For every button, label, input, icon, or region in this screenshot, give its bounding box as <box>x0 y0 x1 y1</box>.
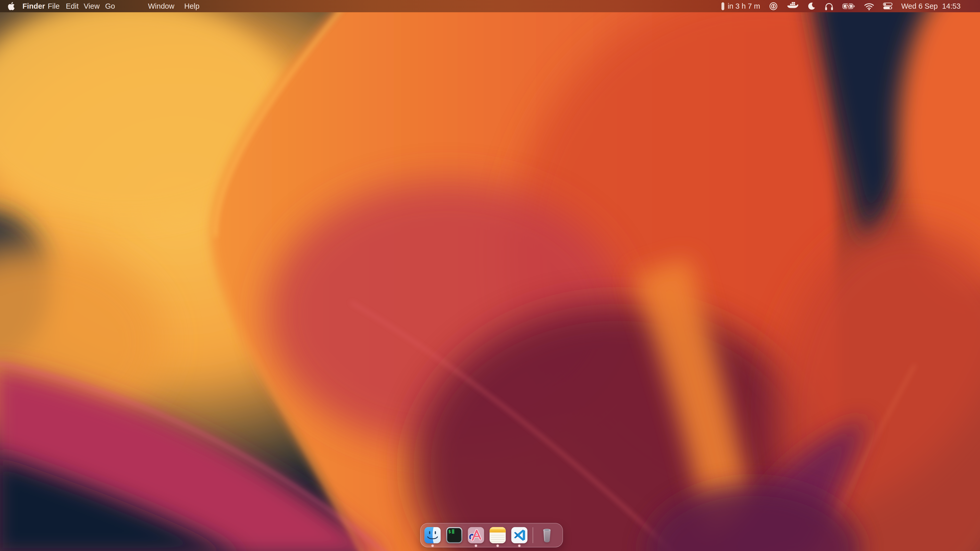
status-1password[interactable] <box>769 2 778 11</box>
notes-icon <box>489 527 506 544</box>
menu-active-app[interactable]: Finder <box>22 0 45 12</box>
dock-separator <box>533 527 533 543</box>
running-indicator <box>431 545 434 547</box>
dock-item-finder[interactable] <box>424 527 441 544</box>
dock-item-vscode[interactable] <box>511 527 528 544</box>
svg-text:$: $ <box>448 529 451 534</box>
menu-view[interactable]: View <box>84 0 100 12</box>
dock: $ <box>420 523 563 548</box>
control-center-icon <box>883 3 892 10</box>
finder-icon <box>424 527 441 544</box>
trash-icon <box>539 527 555 544</box>
apple-logo-icon <box>8 2 15 11</box>
dock-item-notes[interactable] <box>489 527 506 544</box>
apple-menu[interactable] <box>8 2 15 11</box>
running-indicator <box>518 545 520 547</box>
paint-letter-a-app-icon <box>468 527 484 544</box>
status-headphones[interactable] <box>824 2 834 11</box>
status-docker[interactable] <box>787 2 799 11</box>
status-event-countdown[interactable]: in 3 h 7 m <box>721 2 760 11</box>
docker-icon <box>787 2 799 11</box>
running-indicator <box>475 545 477 547</box>
dock-item-paint-letter-a-app[interactable] <box>468 527 484 544</box>
menu-bar-status-area: in 3 h 7 m <box>721 0 980 12</box>
wallpaper-ventura-abstract <box>0 0 980 551</box>
terminal-icon: $ <box>446 527 463 544</box>
running-indicator <box>496 545 499 547</box>
headphones-icon <box>824 2 834 11</box>
clock-time: 14:53 <box>942 2 961 11</box>
status-control-center[interactable] <box>883 3 892 10</box>
battery-charging-icon <box>842 3 855 10</box>
clock-date: Wed 6 Sep <box>901 2 938 11</box>
menu-go[interactable]: Go <box>105 0 115 12</box>
menu-window[interactable]: Window <box>148 0 174 12</box>
menu-edit[interactable]: Edit <box>66 0 79 12</box>
menu-clock[interactable]: Wed 6 Sep 14:53 <box>901 2 961 11</box>
wifi-icon <box>864 2 874 10</box>
dock-item-terminal[interactable]: $ <box>446 527 463 544</box>
dock-item-trash[interactable] <box>539 527 555 544</box>
desktop: Finder File Edit View Go Window Help in … <box>0 0 980 551</box>
menu-help[interactable]: Help <box>184 0 200 12</box>
menu-file[interactable]: File <box>48 0 60 12</box>
vscode-icon <box>511 527 528 544</box>
status-battery[interactable] <box>842 3 855 10</box>
vertical-pill-icon <box>721 2 724 10</box>
status-focus-mode[interactable] <box>807 2 816 11</box>
focus-moon-icon <box>807 2 816 11</box>
menu-bar: Finder File Edit View Go Window Help in … <box>0 0 980 12</box>
1password-icon <box>769 2 778 11</box>
countdown-label: in 3 h 7 m <box>728 2 760 11</box>
status-wifi[interactable] <box>864 2 874 10</box>
